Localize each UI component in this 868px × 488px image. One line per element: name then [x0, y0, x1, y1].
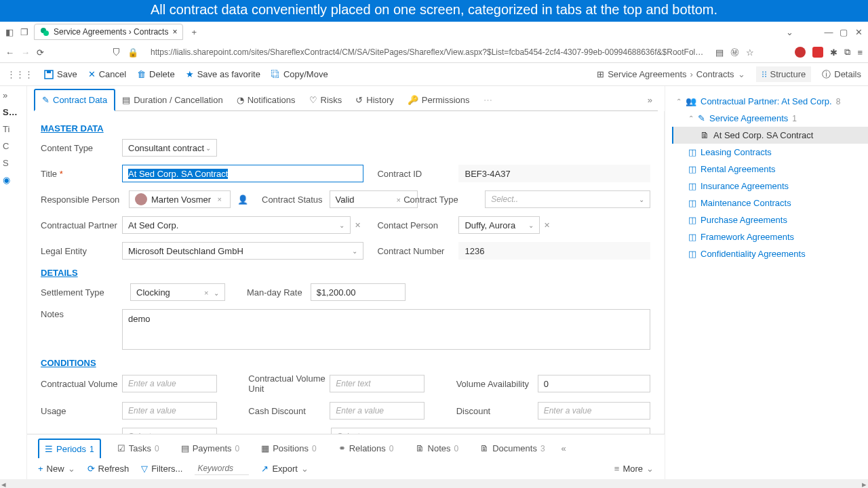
payment-due-date-select[interactable]: Select..⌄ [122, 428, 217, 434]
tree-insurance[interactable]: ◫Insurance Agreements [672, 178, 868, 195]
svg-point-1 [43, 30, 49, 36]
breadcrumb[interactable]: ⊞Service Agreements ›Contracts ⌄ [597, 69, 745, 79]
tab-permissions[interactable]: 🔑Permissions [401, 90, 477, 110]
tab-positions[interactable]: ▦Positions0 [256, 439, 321, 458]
reader-icon[interactable]: ▤ [715, 47, 724, 58]
keywords-input[interactable] [195, 462, 249, 475]
star-icon[interactable]: ☆ [746, 47, 754, 58]
new-button[interactable]: +New⌄ [38, 464, 75, 474]
section-details: DETAILS [41, 268, 650, 278]
more-button[interactable]: ≡More⌄ [614, 464, 654, 474]
delete-button[interactable]: 🗑Delete [137, 69, 175, 79]
new-tab-button[interactable]: + [187, 26, 201, 39]
tree-framework[interactable]: ◫Framework Agreements [672, 228, 868, 245]
refresh-button[interactable]: ⟳ [37, 47, 44, 58]
usage-label: Usage [41, 406, 122, 416]
top-tabs: ✎Contract Data ▤Duration / Cancellation … [34, 89, 658, 111]
responsible-person-chip[interactable]: Marten Vosmer × [129, 190, 231, 208]
clear-partner-icon[interactable]: ✕ [351, 221, 363, 230]
clear-icon[interactable]: × [215, 195, 224, 203]
filters-button[interactable]: ▽Filters... [141, 464, 182, 474]
collapse-bottom-icon[interactable]: « [561, 443, 566, 453]
menu-icon[interactable]: ≡ [857, 47, 863, 58]
contractual-volume-unit-input[interactable]: Enter text [330, 375, 425, 392]
tab-history[interactable]: ↺History [349, 90, 400, 110]
contract-type-select[interactable]: Select..⌄ [485, 190, 650, 208]
tab-risks[interactable]: ♡Risks [302, 90, 349, 110]
notes-textarea[interactable]: demo [122, 309, 650, 350]
tab-relations[interactable]: ⚭Relations0 [333, 439, 399, 458]
tab-notes[interactable]: 🗎Notes0 [410, 439, 465, 458]
contract-type-label: Contract Type [403, 195, 485, 205]
tree-confidentiality[interactable]: ◫Confidentiality Agreements [672, 245, 868, 262]
discount-label: Discount [456, 406, 538, 416]
forward-button: → [21, 47, 30, 58]
clear-contact-icon[interactable]: ✕ [540, 221, 553, 230]
contact-person-select[interactable]: Duffy, Aurora⌄ [458, 216, 540, 234]
tab-periods[interactable]: ☰Periods1 [38, 439, 101, 458]
legal-entity-select[interactable]: Microsoft Deutschland GmbH⌄ [122, 242, 363, 260]
contractual-partner-select[interactable]: At Sed Corp.⌄ [122, 216, 351, 234]
tree-current-contract[interactable]: 🗎At Sed Corp. SA Contract [672, 127, 868, 144]
export-button[interactable]: ↗Export⌄ [261, 464, 309, 474]
copymove-button[interactable]: ⿻Copy/Move [271, 69, 328, 79]
contract-number-value[interactable]: 1236 [458, 242, 650, 260]
contract-status-label: Contract Status [262, 195, 323, 205]
structure-button[interactable]: ⁝⁝Structure [756, 66, 812, 82]
browser-tab[interactable]: Service Agreements › Contracts × [34, 24, 183, 40]
tree-service-agreements[interactable]: ⌃✎Service Agreements1 [672, 110, 868, 127]
scrollbar[interactable]: ◂▸ [0, 479, 868, 488]
contract-clauses-select[interactable]: Select..⌄ [331, 428, 650, 434]
tree-partner[interactable]: ⌃👥Contractual Partner: At Sed Corp.8 [672, 93, 868, 110]
details-button[interactable]: ⓘDetails [822, 68, 861, 81]
tree-rental[interactable]: ◫Rental Agreements [672, 161, 868, 178]
people-picker-icon[interactable]: 👤 [237, 195, 248, 205]
minimize-icon[interactable]: — [823, 26, 834, 37]
address-bar[interactable]: https://lialis.sharepoint.com/sites/Shar… [145, 47, 709, 57]
close-window-icon[interactable]: ✕ [853, 26, 864, 37]
save-button[interactable]: Save [44, 69, 77, 79]
svg-rect-3 [47, 70, 51, 73]
content-type-select[interactable]: Consultant contract⌄ [122, 139, 217, 157]
ext-icon-2[interactable] [812, 47, 823, 58]
ext-icon-1[interactable] [795, 47, 806, 58]
tree-leasing[interactable]: ◫Leasing Contracts [672, 144, 868, 161]
manday-rate-label: Man-day Rate [247, 287, 302, 298]
collapse-icon[interactable]: » [648, 95, 658, 105]
contractual-volume-input[interactable]: Enter a value [122, 375, 217, 392]
tab-documents[interactable]: 🗎Documents3 [475, 439, 550, 458]
cancel-button[interactable]: ✕Cancel [88, 69, 126, 79]
tab-payments[interactable]: ▤Payments0 [176, 439, 245, 458]
back-button[interactable]: ← [5, 47, 14, 58]
tab-tasks[interactable]: ☑Tasks0 [112, 439, 165, 458]
responsible-person-label: Responsible Person [41, 195, 122, 205]
ext-icon-3[interactable]: ✱ [830, 47, 837, 58]
cash-discount-label: Cash Discount [248, 406, 330, 416]
maximize-icon[interactable]: ▢ [838, 26, 849, 37]
refresh-list-button[interactable]: ⟳Refresh [87, 464, 130, 474]
close-tab-icon[interactable]: × [172, 27, 177, 37]
section-conditions: CONDITIONS [41, 358, 650, 368]
tab-contract-data[interactable]: ✎Contract Data [34, 89, 115, 111]
dropdown-icon[interactable]: ⌄ [784, 26, 795, 37]
cash-discount-input[interactable]: Enter a value [330, 402, 425, 420]
settlement-type-select[interactable]: Clocking× ⌄ [130, 283, 225, 301]
tabs-icon: ❐ [19, 26, 30, 37]
shield-icon[interactable]: ⛉ [112, 47, 121, 58]
favorite-button[interactable]: ★Save as favorite [186, 69, 260, 79]
contractual-volume-unit-label: Contractual Volume Unit [248, 373, 330, 394]
tree-maintenance[interactable]: ◫Maintenance Contracts [672, 195, 868, 211]
tree-purchase[interactable]: ◫Purchase Agreements [672, 211, 868, 228]
apps-icon[interactable]: ⋮⋮⋮ [7, 69, 33, 79]
volume-availability-input[interactable]: 0 [538, 375, 650, 392]
tab-duration[interactable]: ▤Duration / Cancellation [115, 90, 230, 110]
usage-input[interactable]: Enter a value [122, 402, 217, 420]
extensions-icon[interactable]: ⧉ [844, 47, 850, 58]
tab-more[interactable]: ⋯ [477, 90, 499, 110]
title-input[interactable]: At Sed Corp. SA Contract [122, 165, 363, 182]
tab-notifications[interactable]: ◔Notifications [230, 90, 302, 110]
translate-icon[interactable]: ㊙ [730, 46, 739, 58]
discount-input[interactable]: Enter a value [538, 402, 650, 420]
sharepoint-icon [40, 27, 50, 37]
manday-rate-input[interactable]: $1,200.00 [311, 283, 406, 301]
